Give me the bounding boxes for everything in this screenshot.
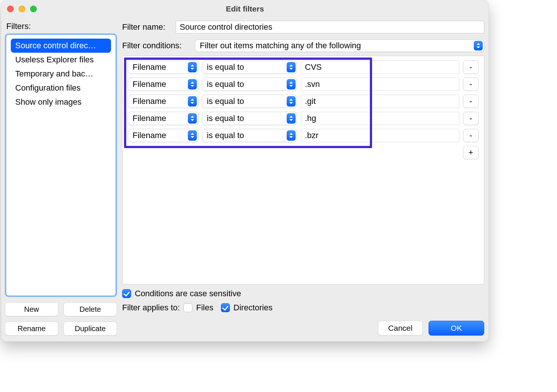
condition-op-popup[interactable]: is equal to [202,61,297,74]
case-sensitive-checkbox[interactable] [122,289,131,298]
delete-filter-button[interactable]: Delete [63,302,117,316]
filter-item[interactable]: Useless Explorer files [11,53,111,67]
condition-value-input[interactable] [301,112,459,125]
updown-stepper-icon [188,130,197,141]
applies-files-label: Files [196,303,213,313]
updown-stepper-icon [188,79,197,89]
condition-value-input[interactable] [301,78,459,91]
condition-op-popup[interactable]: is equal to [202,95,297,108]
remove-condition-button[interactable]: - [463,112,479,125]
condition-op-popup[interactable]: is equal to [202,78,297,91]
condition-op-value: is equal to [207,62,244,72]
condition-op-value: is equal to [207,79,244,89]
filters-heading: Filters: [6,22,117,31]
condition-field-value: Filename [133,79,166,89]
condition-field-popup[interactable]: Filename [128,129,198,142]
close-window-icon[interactable] [7,6,14,12]
edit-filters-window: Edit filters Filters: Source control dir… [1,0,489,342]
new-filter-button[interactable]: New [5,302,58,316]
updown-stepper-icon [287,96,296,107]
condition-field-value: Filename [133,62,166,72]
updown-stepper-icon [287,113,296,124]
updown-stepper-icon [474,41,483,50]
cancel-button[interactable]: Cancel [378,321,423,336]
conditions-list: Filename is equal to - Filename [122,56,484,284]
updown-stepper-icon [287,62,296,72]
filter-item[interactable]: Show only images [11,95,111,109]
filter-item[interactable]: Temporary and bac… [11,67,111,81]
case-sensitive-label: Conditions are case sensitive [135,289,241,298]
remove-condition-button[interactable]: - [463,61,479,74]
updown-stepper-icon [188,113,197,124]
remove-condition-button[interactable]: - [463,95,479,108]
condition-value-input[interactable] [301,95,459,108]
updown-stepper-icon [287,130,296,141]
match-mode-value: Filter out items matching any of the fol… [200,41,361,50]
rename-filter-button[interactable]: Rename [5,321,58,336]
minimize-window-icon[interactable] [19,6,25,12]
condition-field-value: Filename [133,114,166,123]
applies-directories-label: Directories [234,303,273,313]
ok-button[interactable]: OK [429,321,484,336]
updown-stepper-icon [188,96,197,107]
match-mode-popup[interactable]: Filter out items matching any of the fol… [195,39,484,52]
duplicate-filter-button[interactable]: Duplicate [63,321,117,336]
condition-op-popup[interactable]: is equal to [202,112,297,125]
condition-row: Filename is equal to - [128,129,479,142]
condition-field-popup[interactable]: Filename [128,78,198,91]
condition-row: Filename is equal to - [128,112,479,125]
condition-op-value: is equal to [207,131,244,140]
window-controls [1,6,37,12]
filter-item[interactable]: Source control direc… [11,39,111,53]
condition-value-input[interactable] [301,129,459,142]
condition-field-value: Filename [133,97,166,106]
condition-field-popup[interactable]: Filename [128,112,198,125]
condition-op-popup[interactable]: is equal to [202,129,297,142]
condition-op-value: is equal to [207,97,244,106]
filter-conditions-label: Filter conditions: [122,41,190,50]
condition-row: Filename is equal to - [128,61,479,74]
applies-files-checkbox[interactable] [183,303,192,312]
condition-op-value: is equal to [207,114,244,123]
filter-name-label: Filter name: [122,22,171,32]
condition-row: Filename is equal to - [128,78,479,91]
add-condition-button[interactable]: + [463,146,479,159]
applies-directories-checkbox[interactable] [221,303,230,312]
remove-condition-button[interactable]: - [463,129,479,142]
condition-field-popup[interactable]: Filename [128,61,198,74]
condition-value-input[interactable] [301,61,459,74]
filter-item[interactable]: Configuration files [11,81,111,95]
filter-name-input[interactable] [176,21,484,33]
condition-field-popup[interactable]: Filename [128,95,198,108]
updown-stepper-icon [287,79,296,89]
condition-field-value: Filename [133,131,166,140]
window-title: Edit filters [1,4,489,13]
applies-to-label: Filter applies to: [122,303,180,313]
remove-condition-button[interactable]: - [463,78,479,91]
filters-listbox[interactable]: Source control direc… Useless Explorer f… [5,33,117,297]
condition-row: Filename is equal to - [128,95,479,108]
titlebar: Edit filters [1,0,489,18]
zoom-window-icon[interactable] [30,6,37,12]
updown-stepper-icon [188,62,197,72]
